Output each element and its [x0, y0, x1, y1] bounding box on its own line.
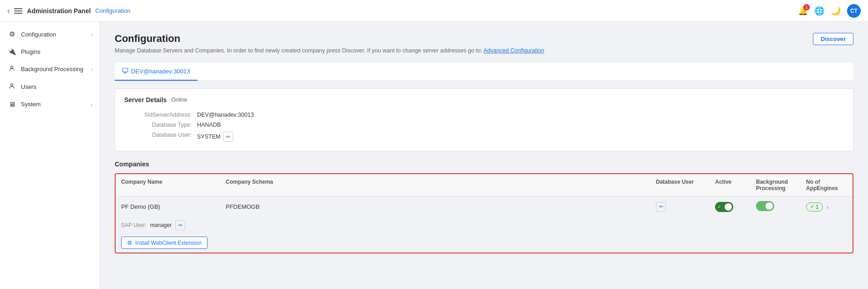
server-detail-dbtype: Database Type: HANADB	[124, 120, 844, 130]
avatar-button[interactable]: CT	[847, 4, 861, 18]
notification-button[interactable]: 🔔 1	[798, 6, 808, 16]
col-header-name: Company Name	[121, 179, 226, 191]
sidebar-item-configuration[interactable]: ⚙ Configuration ›	[0, 26, 100, 43]
col-header-db-user: Database User	[656, 179, 715, 191]
plugins-icon: 🔌	[7, 47, 16, 56]
tab-dev-hanadev[interactable]: DEV@hanadev:30013	[115, 63, 198, 81]
db-user-cell: ✏	[656, 202, 715, 212]
server-detail-dbuser: Database User: SYSTEM ✏	[124, 130, 844, 144]
system-icon: 🖥	[7, 100, 16, 108]
bg-processing-toggle[interactable]	[756, 201, 774, 211]
header-title: Administration Panel	[27, 7, 91, 15]
companies-section: Companies Company Name Company Schema Da…	[115, 160, 853, 253]
bg-processing-cell	[756, 201, 806, 212]
company-name-cell: PF Demo (GB)	[121, 203, 226, 210]
col-header-bg: Background Processing	[756, 179, 806, 191]
page-subtitle: Manage Database Servers and Companies. I…	[115, 47, 544, 54]
server-details-heading: Server Details	[124, 96, 167, 103]
appengines-badge: ✓ 1	[806, 202, 823, 212]
svg-rect-2	[122, 68, 128, 72]
chevron-right-icon-bg: ›	[91, 67, 92, 72]
header-breadcrumb[interactable]: Configuration	[95, 7, 130, 14]
table-row: PF Demo (GB) PFDEMOGB ✏ ✓	[116, 196, 853, 217]
advanced-config-link[interactable]: Advanced Configuration	[483, 47, 544, 54]
menu-button[interactable]	[14, 8, 22, 14]
col-header-appengines: No of AppEngines	[806, 179, 847, 191]
svg-point-0	[10, 66, 13, 68]
appengines-chevron[interactable]: ›	[827, 203, 829, 211]
users-icon	[7, 83, 16, 91]
schema-cell: PFDEMOGB	[226, 203, 656, 210]
chevron-right-icon: ›	[91, 31, 92, 37]
svg-point-1	[10, 84, 13, 86]
table-header: Company Name Company Schema Database Use…	[116, 174, 853, 196]
notification-badge: 1	[803, 4, 810, 10]
bg-processing-icon	[7, 65, 16, 73]
sidebar-item-plugins[interactable]: 🔌 Plugins	[0, 43, 100, 60]
sap-user-row: SAP User: manager ✏	[116, 217, 853, 233]
sidebar-item-background-processing[interactable]: Background Processing ›	[0, 60, 100, 78]
sidebar: ⚙ Configuration › 🔌 Plugins Background P…	[0, 22, 100, 289]
tabs-bar: DEV@hanadev:30013	[115, 63, 853, 81]
main-content: Configuration Manage Database Servers an…	[100, 22, 868, 289]
page-title: Configuration	[115, 33, 544, 45]
install-webclient-row: ⚙ Install WebClient Extension	[116, 237, 853, 249]
edit-company-db-user-button[interactable]: ✏	[656, 202, 666, 212]
active-cell: ✓	[715, 202, 756, 212]
companies-table: Company Name Company Schema Database Use…	[115, 173, 853, 253]
install-icon: ⚙	[127, 239, 132, 246]
install-webclient-button[interactable]: ⚙ Install WebClient Extension	[121, 237, 208, 249]
chevron-right-icon-sys: ›	[91, 102, 92, 107]
discover-button[interactable]: Discover	[813, 33, 853, 45]
col-header-schema: Company Schema	[226, 179, 656, 191]
edit-db-user-button[interactable]: ✏	[223, 132, 233, 142]
sidebar-item-users[interactable]: Users	[0, 78, 100, 96]
edit-sap-user-button[interactable]: ✏	[175, 220, 185, 230]
server-details-card: Server Details Online SldServerAddress: …	[115, 88, 853, 151]
tab-server-icon	[122, 67, 128, 75]
sidebar-item-system[interactable]: 🖥 System ›	[0, 96, 100, 113]
globe-button[interactable]: 🌐	[814, 6, 824, 16]
back-button[interactable]: ‹	[7, 7, 10, 15]
appengines-cell: ✓ 1 ›	[806, 202, 847, 212]
companies-heading: Companies	[115, 160, 853, 168]
configuration-icon: ⚙	[7, 30, 16, 38]
col-header-active: Active	[715, 179, 756, 191]
server-detail-sld: SldServerAddress: DEV@hanadev:30013	[124, 110, 844, 120]
active-toggle[interactable]: ✓	[715, 202, 733, 212]
server-status: Online	[171, 97, 187, 103]
dark-mode-button[interactable]: 🌙	[831, 6, 841, 16]
